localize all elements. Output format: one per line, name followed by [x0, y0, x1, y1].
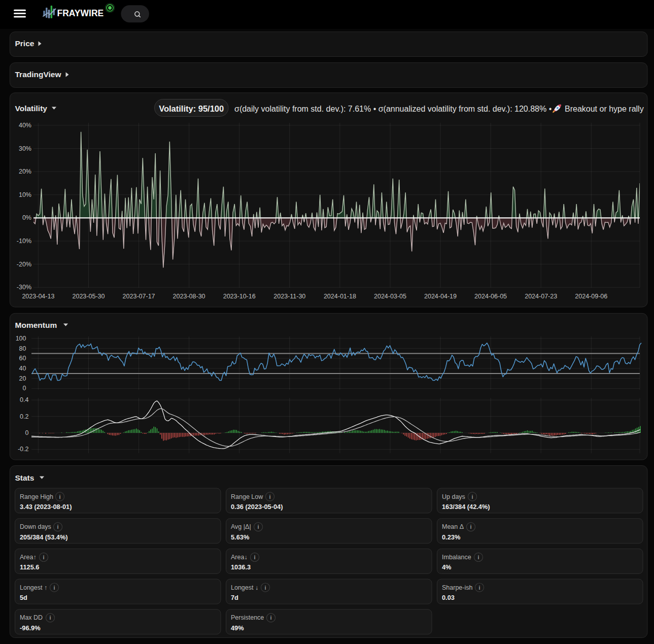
svg-text:Up days: Up days: [442, 493, 465, 500]
svg-text:Sharpe-ish: Sharpe-ish: [442, 584, 472, 591]
svg-text:Volatility: Volatility: [15, 104, 48, 113]
svg-text:0.36 (2023-05-04): 0.36 (2023-05-04): [231, 503, 283, 511]
svg-text:i: i: [477, 554, 479, 560]
svg-text:i: i: [57, 524, 58, 530]
svg-text:i: i: [254, 554, 255, 560]
svg-text:-96.9%: -96.9%: [20, 624, 41, 632]
svg-text:40: 40: [19, 365, 26, 372]
svg-text:Stats: Stats: [15, 473, 35, 482]
svg-text:i: i: [269, 494, 270, 500]
svg-text:0.4: 0.4: [20, 396, 28, 403]
svg-text:Longest ↓: Longest ↓: [231, 584, 258, 591]
svg-text:-10%: -10%: [17, 238, 31, 245]
svg-text:Area↓: Area↓: [231, 554, 248, 561]
svg-text:0.23%: 0.23%: [442, 533, 461, 541]
svg-text:σ(daily volatility from std. d: σ(daily volatility from std. dev.): 7.61…: [234, 105, 552, 113]
svg-text:Avg |Δ|: Avg |Δ|: [231, 523, 251, 530]
svg-text:163/384 (42.4%): 163/384 (42.4%): [442, 503, 490, 511]
svg-text:FRAYWIRE: FRAYWIRE: [57, 8, 104, 18]
svg-text:0: 0: [25, 429, 29, 436]
svg-text:Price: Price: [15, 39, 35, 48]
svg-text:Breakout or hype rally: Breakout or hype rally: [565, 105, 644, 113]
svg-text:i: i: [270, 615, 271, 621]
svg-text:Mean Δ: Mean Δ: [442, 523, 464, 530]
svg-text:0.03: 0.03: [442, 594, 455, 601]
svg-text:2024-09-06: 2024-09-06: [575, 293, 607, 300]
svg-text:Momentum: Momentum: [15, 321, 57, 329]
svg-text:80: 80: [19, 345, 26, 352]
svg-text:TradingView: TradingView: [15, 70, 62, 79]
svg-text:Persistence: Persistence: [231, 614, 264, 621]
svg-text:0%: 0%: [22, 214, 31, 221]
svg-text:i: i: [478, 585, 480, 591]
svg-text:5.63%: 5.63%: [231, 533, 250, 541]
svg-text:49%: 49%: [231, 624, 244, 632]
svg-text:20: 20: [19, 375, 26, 382]
svg-text:Down days: Down days: [20, 523, 51, 530]
svg-text:2023-11-30: 2023-11-30: [273, 293, 305, 300]
svg-text:0.2: 0.2: [20, 413, 28, 420]
svg-text:2024-03-05: 2024-03-05: [374, 293, 406, 300]
svg-text:2023-10-16: 2023-10-16: [223, 293, 256, 300]
svg-text:i: i: [470, 524, 471, 530]
svg-text:3.43 (2023-08-01): 3.43 (2023-08-01): [20, 503, 72, 511]
svg-text:100: 100: [16, 335, 26, 342]
svg-text:Area↑: Area↑: [20, 554, 37, 561]
svg-text:-0.2: -0.2: [18, 446, 29, 453]
svg-text:i: i: [49, 615, 51, 621]
svg-text:205/384 (53.4%): 205/384 (53.4%): [20, 533, 68, 541]
svg-text:40%: 40%: [19, 122, 31, 129]
svg-text:2023-08-30: 2023-08-30: [173, 293, 205, 300]
svg-text:20%: 20%: [19, 168, 31, 175]
svg-text:2023-04-13: 2023-04-13: [22, 293, 54, 300]
svg-text:1125.6: 1125.6: [20, 563, 39, 571]
svg-text:i: i: [59, 494, 60, 500]
svg-text:i: i: [264, 585, 266, 591]
svg-text:7d: 7d: [231, 594, 238, 601]
svg-text:Longest ↑: Longest ↑: [20, 584, 47, 591]
svg-text:30%: 30%: [19, 145, 31, 152]
svg-text:60: 60: [19, 355, 26, 362]
svg-text:i: i: [43, 554, 44, 560]
svg-text:Volatility: 95/100: Volatility: 95/100: [159, 104, 224, 113]
svg-text:1036.3: 1036.3: [231, 563, 251, 571]
svg-text:2023-07-17: 2023-07-17: [123, 293, 155, 300]
svg-text:Range High: Range High: [20, 493, 53, 500]
svg-text:4%: 4%: [442, 563, 452, 571]
svg-text:i: i: [257, 524, 259, 530]
svg-text:-20%: -20%: [17, 261, 31, 268]
svg-text:Imbalance: Imbalance: [442, 554, 471, 561]
svg-text:2024-01-18: 2024-01-18: [324, 293, 356, 300]
svg-text:2024-04-19: 2024-04-19: [424, 293, 457, 300]
svg-text:i: i: [53, 585, 55, 591]
svg-text:10%: 10%: [19, 191, 31, 198]
svg-text:Range Low: Range Low: [231, 493, 263, 500]
svg-text:i: i: [471, 494, 473, 500]
svg-text:Max DD: Max DD: [20, 614, 43, 621]
svg-text:0: 0: [23, 385, 26, 392]
svg-text:5d: 5d: [20, 594, 27, 601]
svg-text:2023-05-30: 2023-05-30: [73, 293, 105, 300]
svg-text:2024-07-23: 2024-07-23: [525, 293, 557, 300]
svg-text:-30%: -30%: [17, 284, 31, 291]
svg-text:2024-06-05: 2024-06-05: [474, 293, 507, 300]
